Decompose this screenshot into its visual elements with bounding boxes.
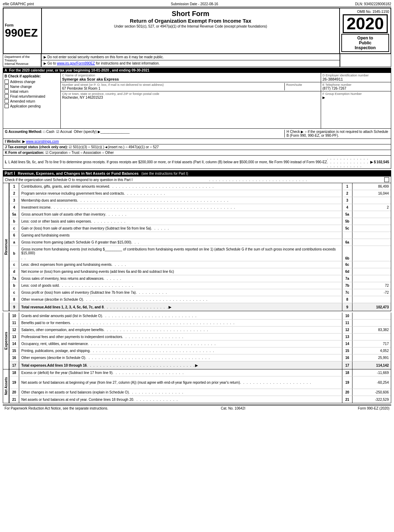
- line-val-20: -250,606: [352, 389, 391, 396]
- line-ref-5a: 5a: [342, 211, 352, 218]
- website-url[interactable]: www.scorstrings.com: [26, 140, 59, 143]
- line-num-18: 18: [9, 369, 19, 376]
- line-val-13: [352, 334, 391, 340]
- line-desc-6b: Gross income from fundraising events (no…: [19, 246, 342, 261]
- footer-mid: Cat. No. 10642I: [221, 406, 245, 410]
- org-phone: (877) 726-7267: [322, 87, 389, 90]
- website-row: I Website: ▶ www.scorstrings.com: [3, 139, 391, 144]
- cb-address: Address change: [5, 80, 59, 84]
- open-label3: Inspection: [344, 45, 386, 50]
- cb-amended-label: Amended return: [10, 99, 35, 103]
- line-val-6a: [352, 239, 391, 246]
- group-label: F Group Exemption Number: [322, 92, 389, 96]
- line-num-21: 21: [9, 396, 19, 403]
- tax-exempt-label: J Tax-exempt status (check only one):: [5, 145, 68, 149]
- line-desc-6a: Gross income from gaming (attach Schedul…: [19, 239, 342, 246]
- cb-final-box[interactable]: [5, 94, 9, 98]
- line-ref-3: 3: [342, 197, 352, 204]
- address-label: Number and street (or P. O. box, if mail…: [62, 83, 282, 87]
- line-val-19: -60,254: [352, 376, 391, 389]
- footer-right: Form 990-EZ (2020): [358, 406, 389, 410]
- form-number: 990EZ: [5, 27, 40, 38]
- line-desc-2: Program service revenue including govern…: [19, 190, 342, 197]
- line-desc-6c: Less: direct expenses from gaming and fu…: [19, 261, 342, 268]
- line-ref-20: 20: [342, 389, 352, 396]
- open-to-public: Open to Public Inspection: [341, 34, 389, 52]
- h-check: H Check ▶ ○ if the organization is not r…: [284, 130, 389, 137]
- form-subtitle: Under section 501(c), 527, or 4947(a)(1)…: [43, 24, 338, 28]
- line-val-5c: [352, 225, 391, 232]
- line-desc-15: Printing, publications, postage, and shi…: [19, 347, 342, 354]
- line-num-19: 19: [9, 376, 19, 389]
- line-ref-2: 2: [342, 190, 352, 197]
- line-ref-15: 15: [342, 347, 352, 354]
- part-i-check-row: Check if the organization used Schedule …: [3, 177, 391, 183]
- cb-initial-label: Initial return: [10, 90, 28, 93]
- part-i-check-box[interactable]: [384, 177, 389, 182]
- part-i-title: Revenue, Expenses, and Changes in Net As…: [18, 171, 139, 175]
- cb-amended: Amended return: [5, 99, 59, 103]
- city-label: City or town, state or province, country…: [62, 92, 319, 96]
- line-ref-14: 14: [342, 340, 352, 347]
- org-group: ▶: [322, 96, 389, 99]
- line-num-7a: 7a: [9, 275, 19, 282]
- line-num-6d: d: [9, 268, 19, 275]
- line-num-4: 4: [9, 204, 19, 211]
- line-num-17: 17: [9, 361, 19, 369]
- line-ref-6: [342, 232, 352, 239]
- line-val-7c: -72: [352, 289, 391, 296]
- ein-label: D Employer identification number: [322, 74, 389, 77]
- cb-final-label: Final return/terminated: [10, 95, 45, 98]
- line-ref-5b: 5b: [342, 218, 352, 225]
- line-ref-12: 12: [342, 327, 352, 333]
- line-ref-11: 11: [342, 320, 352, 326]
- cb-amended-box[interactable]: [5, 99, 9, 103]
- right-space: [340, 54, 391, 67]
- line-val-2: 16,044: [352, 190, 391, 197]
- line-val-7a: [352, 275, 391, 282]
- line-desc-21: Net assets or fund balances at end of ye…: [19, 396, 342, 403]
- line-ref-5c: 5c: [342, 225, 352, 232]
- cb-pending: Application pending: [5, 104, 59, 108]
- line-num-5a: 5a: [9, 211, 19, 218]
- line-ref-19: 19: [342, 376, 352, 389]
- instruction1: ▶ Do not enter social security numbers o…: [42, 54, 340, 60]
- line-num-11: 11: [9, 320, 19, 326]
- line-desc-20: Other changes in net assets or fund bala…: [19, 389, 342, 396]
- cb-initial-box[interactable]: [5, 89, 9, 93]
- line-ref-16: 16: [342, 354, 352, 361]
- net-assets-side-label: Net Assets: [3, 369, 9, 403]
- line-num-2: 2: [9, 190, 19, 197]
- line-desc-16: Other expenses (describe in Schedule O) …: [19, 354, 342, 361]
- cb-pending-box[interactable]: [5, 104, 9, 108]
- cb-name-box[interactable]: [5, 84, 9, 89]
- line-desc-1: Contributions, gifts, grants, and simila…: [19, 183, 342, 190]
- cb-address-box[interactable]: [5, 80, 9, 84]
- line-ref-6d: 6d: [342, 268, 352, 275]
- org-name: Symerge aka Scor aka Express: [62, 77, 319, 81]
- open-label2: Public: [344, 40, 386, 45]
- line-num-9: 9: [9, 303, 19, 311]
- line-num-3: 3: [9, 197, 19, 204]
- cb-pending-label: Application pending: [10, 104, 40, 108]
- line-ref-6a: 6a: [342, 239, 352, 246]
- line-val-6: [352, 232, 391, 239]
- line-desc-13: Professional fees and other payments to …: [19, 334, 342, 340]
- phone-label: E Telephone number: [322, 83, 389, 87]
- line-desc-18: Excess or (deficit) for the year (Subtra…: [19, 369, 342, 376]
- form-org-row: K Form of organization: ☑ Corporation ○ …: [3, 150, 391, 156]
- line-l-arrow: ▶ $: [370, 160, 376, 164]
- line-ref-8: 8: [342, 296, 352, 303]
- accounting-other: Other (specify) ▶_______________: [74, 130, 130, 134]
- line-val-4: 2: [352, 204, 391, 211]
- accounting-cash: □ Cash: [43, 130, 54, 134]
- part-i-subtitle: (see the instructions for Part I): [141, 172, 188, 175]
- line-num-10: 10: [9, 313, 19, 319]
- section-a-label: A: [5, 68, 7, 72]
- irs-link[interactable]: www.irs.gov/Form990EZ: [57, 61, 95, 65]
- line-l-label: L: [5, 160, 7, 164]
- line-ref-18: 18: [342, 369, 352, 376]
- line-l-dots: . . . . . . . . . . . . . . . . . . . . …: [327, 156, 369, 168]
- line-num-6: 6: [9, 232, 19, 239]
- line-num-6a: a: [9, 239, 19, 246]
